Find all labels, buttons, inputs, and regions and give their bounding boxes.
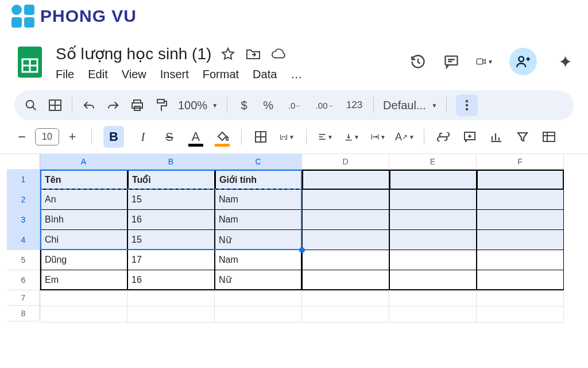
select-all-corner[interactable] (7, 154, 40, 170)
cell[interactable] (477, 190, 564, 210)
cell[interactable]: An (40, 190, 127, 210)
font-selector[interactable]: Defaul...▼ (383, 99, 437, 112)
cell[interactable]: Chi (40, 230, 127, 250)
col-header[interactable]: A (40, 154, 127, 170)
comment-icon[interactable] (443, 53, 460, 70)
cell[interactable] (477, 210, 564, 230)
insert-chart-button[interactable] (489, 129, 504, 144)
cell[interactable] (389, 230, 477, 250)
strikethrough-button[interactable]: S (162, 129, 177, 144)
cell[interactable] (215, 290, 302, 306)
text-rotation-button[interactable]: A↗▼ (397, 129, 412, 144)
cell[interactable] (302, 270, 389, 290)
cell[interactable] (477, 290, 564, 306)
cell[interactable] (302, 306, 389, 323)
redo-icon[interactable] (106, 98, 121, 113)
zoom-selector[interactable]: 100%▼ (178, 99, 218, 112)
gemini-icon[interactable]: ✦ (556, 53, 574, 70)
col-header[interactable]: C (215, 154, 302, 170)
menu-format[interactable]: Format (203, 68, 239, 81)
cell[interactable]: Dũng (40, 250, 127, 270)
text-wrap-button[interactable]: ▼ (371, 129, 386, 144)
filter-button[interactable] (515, 129, 530, 144)
print-icon[interactable] (130, 98, 145, 113)
cell[interactable] (302, 250, 389, 270)
undo-icon[interactable] (82, 98, 96, 113)
cell[interactable] (477, 306, 564, 323)
cell[interactable]: Tuổi (127, 170, 215, 190)
cell[interactable]: Nam (215, 210, 302, 230)
borders-button[interactable] (253, 129, 268, 144)
paint-format-icon[interactable] (154, 98, 169, 113)
cell[interactable] (302, 230, 389, 250)
merge-cells-button[interactable]: ▼ (280, 129, 295, 144)
sheets-logo-icon[interactable] (14, 44, 45, 80)
cell[interactable] (127, 306, 215, 323)
currency-button[interactable]: $ (237, 98, 252, 113)
cell[interactable]: 15 (127, 190, 215, 210)
percent-button[interactable]: % (261, 98, 276, 113)
menu-data[interactable]: Data (253, 68, 277, 81)
cell[interactable]: Nữ (215, 270, 302, 290)
col-header[interactable]: F (477, 154, 564, 170)
cell[interactable] (127, 290, 215, 306)
cell[interactable]: Tên (40, 170, 127, 190)
share-button[interactable] (509, 48, 537, 75)
cell[interactable] (389, 270, 477, 290)
meet-icon[interactable]: ▼ (476, 53, 493, 70)
horizontal-align-button[interactable]: ▼ (318, 129, 333, 144)
row-header[interactable]: 8 (7, 306, 40, 321)
search-icon[interactable] (24, 98, 38, 113)
cell[interactable]: Nam (215, 190, 302, 210)
row-header[interactable]: 2 (7, 190, 40, 210)
col-header[interactable]: B (127, 154, 215, 170)
fontsize-increase-button[interactable]: + (65, 129, 80, 144)
document-title[interactable]: Số lượng học sinh (1) (56, 44, 211, 63)
cell[interactable] (389, 190, 477, 210)
cell[interactable]: 16 (127, 210, 215, 230)
cell[interactable] (389, 210, 477, 230)
row-header[interactable]: 3 (7, 210, 40, 230)
cell[interactable] (477, 270, 564, 290)
cell[interactable] (215, 306, 302, 323)
text-color-button[interactable]: A (188, 129, 203, 144)
row-header[interactable]: 4 (7, 230, 40, 250)
col-header[interactable]: E (389, 154, 477, 170)
cell[interactable]: 17 (127, 250, 215, 270)
table-view-button[interactable] (541, 129, 556, 144)
cell[interactable]: Nam (215, 250, 302, 270)
cell[interactable] (477, 170, 564, 190)
cell[interactable] (477, 230, 564, 250)
cell[interactable] (389, 250, 477, 270)
cell[interactable] (389, 290, 477, 306)
tables-icon[interactable] (48, 98, 63, 113)
increase-decimal-button[interactable]: .00→ (314, 98, 335, 113)
cloud-status-icon[interactable] (271, 47, 286, 62)
insert-link-button[interactable] (436, 129, 451, 144)
cell[interactable] (389, 306, 477, 323)
row-header[interactable]: 5 (7, 250, 40, 270)
move-folder-icon[interactable] (246, 47, 261, 62)
bold-button[interactable]: B (103, 126, 124, 148)
spreadsheet-grid[interactable]: 1 2 3 4 5 6 7 8 A B C D E F Tên Tuổi Giớ… (7, 154, 588, 323)
insert-comment-button[interactable] (462, 129, 477, 144)
cell[interactable] (40, 306, 127, 323)
col-header[interactable]: D (302, 154, 389, 170)
number-format-button[interactable]: 123 (345, 98, 364, 113)
fontsize-decrease-button[interactable]: − (14, 129, 29, 144)
cell[interactable] (302, 170, 389, 190)
cell[interactable] (40, 290, 127, 306)
history-icon[interactable] (409, 53, 427, 70)
menu-more[interactable]: … (291, 68, 302, 81)
cell[interactable] (302, 290, 389, 306)
vertical-align-button[interactable]: ▼ (345, 129, 359, 144)
cell[interactable] (302, 190, 389, 210)
cell[interactable] (302, 210, 389, 230)
decrease-decimal-button[interactable]: .0← (285, 98, 304, 113)
cell[interactable]: Giới tính (215, 170, 302, 190)
menu-edit[interactable]: Edit (88, 68, 107, 81)
menu-insert[interactable]: Insert (160, 68, 189, 81)
cell[interactable]: 15 (127, 230, 215, 250)
cell[interactable] (477, 250, 564, 270)
fill-color-button[interactable] (215, 129, 230, 144)
